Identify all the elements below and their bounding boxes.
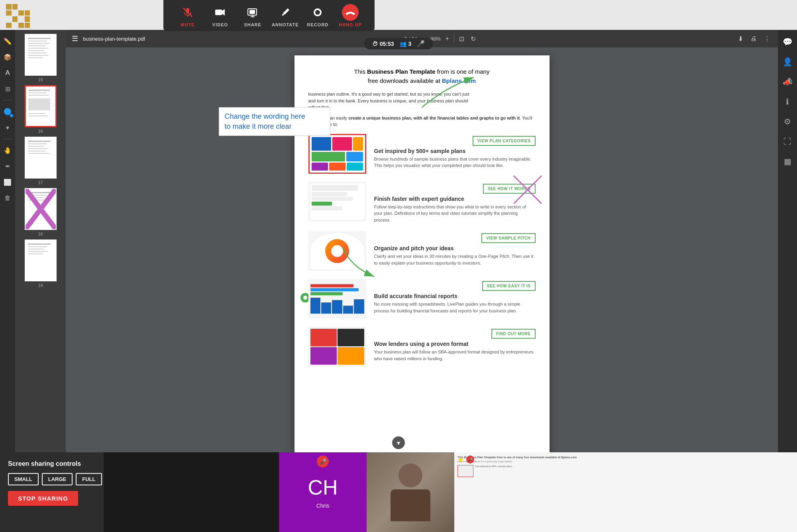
thumb-page-16[interactable]: 16 — [25, 85, 57, 133]
thumb-page-17[interactable]: 17 — [25, 137, 57, 185]
share-icon — [244, 4, 261, 21]
pdf-body-intro: business plan outline. It's a good way t… — [308, 91, 536, 111]
feature-row-2: SEE HOW IT WORKS Finish faster with expe… — [308, 182, 536, 224]
thumb-label-17: 17 — [38, 180, 43, 185]
screen-preview-tile: ★ 🎤 This Business Plan Template from is … — [454, 452, 797, 532]
feature-row-5: FIND OUT MORE Wow lenders using a proven… — [308, 327, 536, 367]
mute-label: MUTE — [181, 22, 194, 27]
pdf-menu-icon[interactable]: ☰ — [72, 34, 78, 43]
feature-desc-2: Follow step-by-step instructions that sh… — [374, 204, 536, 224]
record-button[interactable]: RECORD — [304, 4, 332, 27]
video-icon — [212, 4, 228, 21]
tool-box[interactable]: 📦 — [1, 51, 14, 63]
feature-desc-5: Your business plan will follow an SBA-ap… — [374, 349, 536, 362]
chris-mic-off-icon: 🎤 — [317, 455, 329, 467]
right-chat-btn[interactable]: 💬 — [780, 35, 795, 49]
hangup-label: HANG UP — [339, 22, 362, 27]
size-buttons: SMALL LARGE FULL — [8, 473, 96, 485]
video-label: VIDEO — [212, 22, 228, 27]
mute-button[interactable]: MUTE — [174, 4, 202, 27]
right-settings-btn[interactable]: ⚙ — [780, 114, 795, 129]
pdf-header-text2: from is one of many — [436, 68, 490, 75]
feature-title-4: Build accurate financial reports — [374, 293, 536, 299]
right-user-btn[interactable]: 👤 — [780, 55, 795, 69]
tool-down-arrow[interactable]: ▾ — [1, 121, 14, 134]
pdf-right-actions: ⬇ 🖨 ⋮ — [736, 33, 772, 44]
thumb-label-19: 19 — [38, 283, 43, 288]
tool-eraser[interactable]: ⬜ — [1, 176, 14, 188]
tool-color[interactable] — [1, 105, 14, 118]
pdf-download[interactable]: ⬇ — [736, 33, 745, 44]
annotate-button[interactable]: ANNOTATE — [271, 4, 299, 27]
share-label: SHARE — [244, 22, 261, 27]
right-announce-btn[interactable]: 📣 — [780, 75, 795, 89]
thumb-page-15[interactable]: 15 — [25, 34, 57, 82]
feature-content-5: FIND OUT MORE Wow lenders using a proven… — [374, 327, 536, 362]
call-timer: ⏱ 05:53 — [372, 41, 394, 47]
chris-video-tile: 🎤 CH Chris — [279, 452, 367, 532]
call-status-bar: ⏱ 05:53 👥 3 🎤 — [364, 38, 433, 49]
svg-point-11 — [315, 10, 320, 15]
pdf-fit-page[interactable]: ⊡ — [457, 33, 466, 44]
pdf-body-text2: Plan, you can easily create a unique bus… — [308, 115, 536, 128]
feature-desc-1: Browse hundreds of sample business plans… — [374, 156, 536, 169]
thumb-page-18[interactable]: 18 — [25, 188, 57, 236]
tool-expand[interactable]: ⊞ — [1, 82, 14, 95]
share-button[interactable]: SHARE — [239, 4, 267, 27]
feature-btn-5[interactable]: FIND OUT MORE — [491, 329, 536, 339]
tool-trash[interactable]: 🗑 — [1, 192, 14, 204]
stop-sharing-btn[interactable]: STOP SHARING — [8, 491, 78, 506]
thumb-img-17 — [25, 137, 57, 179]
feature-content-2: SEE HOW IT WORKS Finish faster with expe… — [374, 182, 536, 224]
participants-icon: 👥 — [400, 41, 406, 47]
person-photo — [367, 452, 454, 532]
annotation-text-line1: Change the wording here — [225, 112, 305, 120]
thumb-page-19[interactable]: 19 — [25, 239, 57, 288]
pdf-print[interactable]: 🖨 — [749, 33, 758, 44]
preview-mic-icon: 🎤 — [466, 455, 474, 463]
svg-rect-3 — [215, 10, 222, 15]
video-button[interactable]: VIDEO — [206, 4, 234, 27]
pdf-header: This Business Plan Template from is one … — [308, 67, 536, 85]
app-logo — [6, 4, 34, 32]
hangup-icon — [342, 4, 359, 21]
size-full-btn[interactable]: FULL — [76, 473, 102, 485]
tool-cursor[interactable]: ✏️ — [1, 35, 14, 47]
size-large-btn[interactable]: LARGE — [42, 473, 73, 485]
thumb-img-15 — [25, 34, 57, 76]
tool-hand[interactable]: 🤚 — [1, 144, 14, 157]
tool-text[interactable]: A — [1, 67, 14, 79]
record-icon — [309, 4, 326, 21]
annotate-icon — [277, 4, 294, 21]
feature-btn-3[interactable]: VIEW SAMPLE PITCH — [481, 233, 535, 243]
feature-btn-1[interactable]: VIEW PLAN CATEGORIES — [473, 136, 536, 146]
feature-content-3: VIEW SAMPLE PITCH Organize and pitch you… — [374, 231, 536, 266]
hangup-button[interactable]: HANG UP — [336, 4, 364, 27]
pdf-header-link[interactable]: Bplans.com — [442, 77, 476, 84]
scroll-down-btn[interactable]: ▾ — [392, 436, 405, 449]
feature-btn-4[interactable]: SEE HOW EASY IT IS — [482, 281, 536, 291]
feature-content-4: SEE HOW EASY IT IS Build accurate financ… — [374, 279, 536, 314]
pdf-zoom-in[interactable]: + — [444, 33, 451, 44]
feature-btn-2[interactable]: SEE HOW IT WORKS — [483, 184, 536, 194]
annotation-text-line2: to make it more clear — [225, 122, 292, 130]
tool-pen[interactable]: ✒ — [1, 160, 14, 173]
chris-avatar: CH — [308, 475, 338, 499]
svg-marker-4 — [222, 9, 225, 16]
pdf-header-text3: free downloads available at — [368, 77, 442, 84]
size-small-btn[interactable]: SMALL — [8, 473, 39, 485]
participants-value: 3 — [408, 41, 412, 47]
pdf-rotate[interactable]: ↻ — [469, 33, 477, 44]
star-icon: ★ — [457, 455, 464, 464]
feature-title-3: Organize and pitch your ideas — [374, 245, 536, 251]
right-info-btn[interactable]: ℹ — [780, 94, 795, 109]
feature-thumb-3 — [308, 231, 366, 271]
feature-row-3: VIEW SAMPLE PITCH Organize and pitch you… — [308, 231, 536, 271]
feature-desc-4: No more messing with spreadsheets. LiveP… — [374, 301, 536, 314]
right-fullscreen-btn[interactable]: ⛶ — [780, 134, 795, 149]
mute-icon — [179, 4, 196, 21]
right-grid-btn[interactable]: ▦ — [780, 154, 795, 169]
person-video-tile — [367, 452, 454, 532]
pdf-more[interactable]: ⋮ — [762, 33, 772, 44]
share-controls-title: Screen sharing controls — [8, 460, 96, 467]
